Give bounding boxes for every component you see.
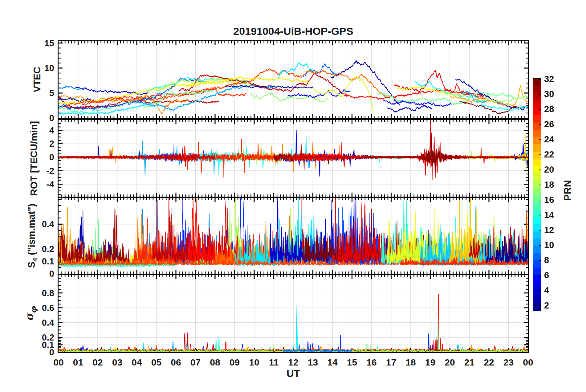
figure: 20191004-UiB-HOP-GPS VTEC ROT [TECU/min]… xyxy=(0,0,586,392)
y-axis-label-vtec: VTEC xyxy=(32,67,43,92)
colorbar-tick-label: 28 xyxy=(544,104,554,114)
sigma-phi-plot-canvas xyxy=(59,275,528,352)
x-tick-label: 18 xyxy=(405,357,416,368)
colorbar-tick-label: 10 xyxy=(544,240,554,250)
x-tick-label: 22 xyxy=(484,357,494,368)
y-tick-label-rot: 0 xyxy=(49,152,54,162)
colorbar-tick-label: 20 xyxy=(544,165,554,175)
x-tick-label: 16 xyxy=(366,357,376,368)
y-tick-label-rot: -2 xyxy=(46,165,54,176)
y-axis-label-vtec-text: VTEC xyxy=(32,67,43,92)
colorbar-tick-label: 6 xyxy=(544,270,549,280)
y-tick-label-s4: 0 xyxy=(49,269,54,279)
rot-plot-canvas xyxy=(59,120,528,197)
sigma-phi-panel xyxy=(58,274,529,353)
colorbar-tick-label: 2 xyxy=(544,300,549,310)
y-tick-label-s4: 0.4 xyxy=(42,219,54,229)
y-tick-label-rot: 4 xyxy=(49,125,54,135)
x-tick-label: 03 xyxy=(112,357,122,368)
y-tick-label-vtec: 10 xyxy=(44,63,54,73)
y-axis-label-s4: S4 ("ism.mat") xyxy=(26,204,39,268)
x-tick-label: 09 xyxy=(230,357,240,368)
y-tick-label-s4: 0.2 xyxy=(42,244,54,254)
vtec-plot-canvas xyxy=(59,41,528,118)
x-tick-label: 06 xyxy=(171,357,181,368)
y-tick-label-sigma_phi: 0.4 xyxy=(42,317,54,328)
y-axis-label-rot-text: ROT [TECU/min] xyxy=(29,121,39,196)
rot-panel xyxy=(58,119,529,198)
chart-title: 20191004-UiB-HOP-GPS xyxy=(233,25,353,37)
y-axis-label-sigma-phi: σφ xyxy=(23,306,38,321)
x-tick-label: 07 xyxy=(190,357,201,368)
y-tick-label-sigma_phi: 0.6 xyxy=(42,303,54,313)
x-tick-label: 01 xyxy=(73,357,83,368)
vtec-panel xyxy=(58,40,529,119)
x-tick-label: 11 xyxy=(269,357,279,368)
sigma-label-main: σ xyxy=(23,313,35,321)
x-tick-label: 21 xyxy=(464,357,474,368)
x-tick-label: 20 xyxy=(445,357,455,368)
s4-panel xyxy=(58,197,529,275)
colorbar-tick-label: 18 xyxy=(544,180,554,190)
x-axis-label: UT xyxy=(287,368,300,379)
s4-label-rest: ("ism.mat") xyxy=(26,204,37,258)
y-tick-label-vtec: 0 xyxy=(49,113,54,123)
colorbar-tick-label: 14 xyxy=(544,210,554,220)
x-tick-label: 19 xyxy=(425,357,435,368)
colorbar-tick-label: 22 xyxy=(544,149,554,160)
y-tick-label-s4: 0.1 xyxy=(42,256,54,266)
s4-plot-canvas xyxy=(59,198,528,274)
x-tick-label: 02 xyxy=(92,357,103,368)
colorbar xyxy=(533,78,541,311)
y-tick-label-sigma_phi: 0.2 xyxy=(42,332,54,342)
y-tick-label-rot: -4 xyxy=(46,179,54,189)
y-tick-label-rot: 2 xyxy=(49,139,54,149)
colorbar-tick-label: 12 xyxy=(544,225,554,235)
sigma-label-sub: φ xyxy=(29,306,38,313)
colorbar-tick-label: 24 xyxy=(544,134,554,145)
colorbar-canvas xyxy=(533,79,541,311)
x-tick-label: 00 xyxy=(53,357,63,368)
x-tick-label: 14 xyxy=(327,357,337,368)
x-tick-label: 23 xyxy=(503,357,514,368)
colorbar-tick-label: 16 xyxy=(544,195,554,205)
y-axis-label-rot: ROT [TECU/min] xyxy=(29,121,40,196)
y-tick-label-vtec: 5 xyxy=(49,88,54,98)
x-tick-label: 05 xyxy=(151,357,161,368)
s4-label-sub: 4 xyxy=(31,258,39,261)
x-tick-label: 08 xyxy=(210,357,220,368)
colorbar-label: PRN xyxy=(562,180,573,201)
x-tick-label: 00 xyxy=(523,357,533,368)
colorbar-tick-label: 4 xyxy=(544,285,549,295)
colorbar-tick-label: 30 xyxy=(544,89,554,99)
colorbar-tick-label: 26 xyxy=(544,119,554,129)
colorbar-tick-label: 8 xyxy=(544,255,549,265)
x-tick-label: 12 xyxy=(288,357,298,368)
colorbar-tick-label: 32 xyxy=(544,74,554,84)
s4-label-main: S xyxy=(26,262,37,268)
y-tick-label-vtec: 15 xyxy=(44,38,54,48)
x-tick-label: 10 xyxy=(249,357,259,368)
colorbar-label-text: PRN xyxy=(562,180,573,201)
x-tick-label: 15 xyxy=(347,357,357,368)
y-tick-label-sigma_phi: 0.8 xyxy=(42,288,54,298)
x-tick-label: 13 xyxy=(308,357,318,368)
x-tick-label: 17 xyxy=(386,357,396,368)
x-tick-label: 04 xyxy=(132,357,142,368)
